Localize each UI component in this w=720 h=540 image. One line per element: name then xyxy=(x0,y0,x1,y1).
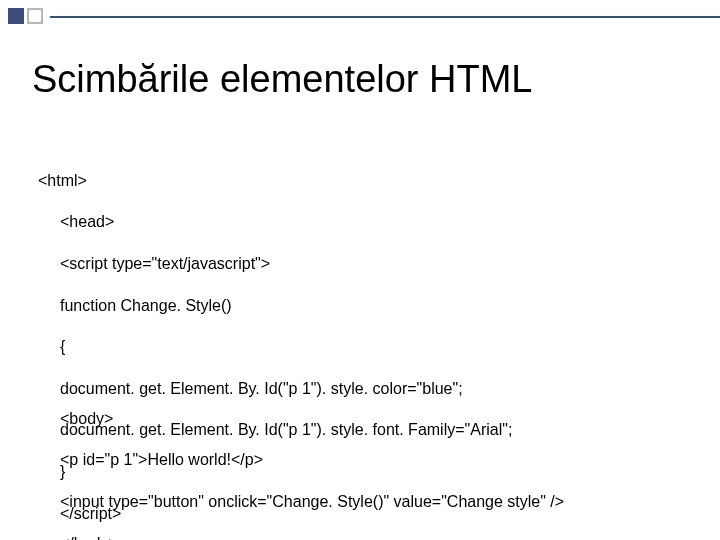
corner-decoration xyxy=(8,8,43,24)
code-block-body: <body> <p id="p 1">Hello world!</p> <inp… xyxy=(38,388,564,540)
code-line: <html> xyxy=(38,171,512,192)
square-filled-icon xyxy=(8,8,24,24)
code-line: <p id="p 1">Hello world!</p> xyxy=(60,450,564,471)
square-outline-icon xyxy=(27,8,43,24)
code-line: { xyxy=(60,337,512,358)
top-divider xyxy=(50,16,720,18)
code-line: </body> xyxy=(60,534,564,540)
code-line: <head> xyxy=(60,212,512,233)
code-line: <input type="button" onclick="Change. St… xyxy=(60,492,564,513)
code-line: <body> xyxy=(60,409,564,430)
slide-title: Scimbările elementelor HTML xyxy=(32,58,533,101)
code-line: <script type="text/javascript"> xyxy=(60,254,512,275)
code-line: function Change. Style() xyxy=(60,296,512,317)
